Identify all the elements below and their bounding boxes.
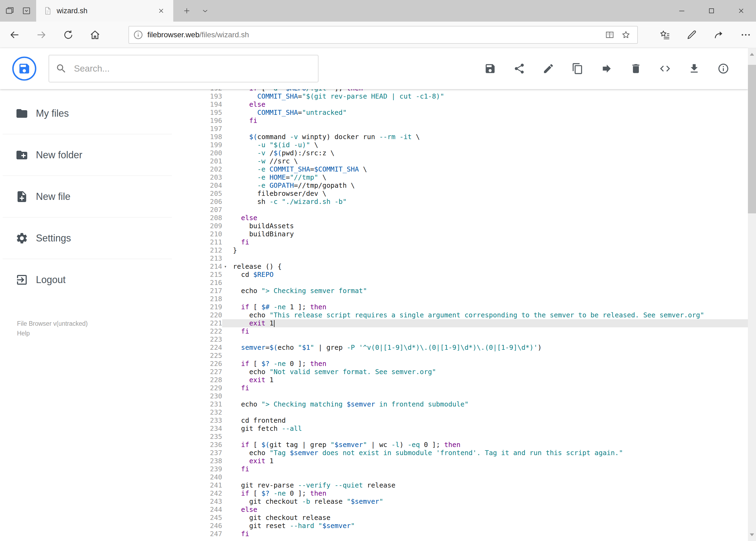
code-line[interactable]: 233 cd frontend xyxy=(173,416,748,425)
code-line[interactable]: 245 git checkout release xyxy=(173,514,748,522)
code-line[interactable]: 213 xyxy=(173,255,748,263)
code-line[interactable]: 212} xyxy=(173,246,748,255)
code-line[interactable]: 194 else xyxy=(173,101,748,109)
reading-view-button[interactable] xyxy=(603,28,617,42)
code-line[interactable]: 214▾release () { xyxy=(173,263,748,270)
code-line[interactable]: 237 echo "Tag $semver does not exist in … xyxy=(173,449,748,457)
search-box[interactable] xyxy=(49,55,319,82)
code-line[interactable]: 207 xyxy=(173,206,748,214)
code-line[interactable]: 198 $(command -v winpty) docker run --rm… xyxy=(173,133,748,141)
code-line[interactable]: 230 xyxy=(173,392,748,400)
tab-list-button[interactable] xyxy=(197,0,213,22)
code-line[interactable]: 204 -e GOPATH=//tmp/gopath \ xyxy=(173,182,748,190)
scroll-up-button[interactable] xyxy=(748,50,756,59)
sidebar-item-new-folder[interactable]: New folder xyxy=(0,134,173,176)
edit-button[interactable] xyxy=(538,58,559,79)
save-button[interactable] xyxy=(480,58,500,79)
code-line[interactable]: 193 COMMIT_SHA="$(git rev-parse HEAD | c… xyxy=(173,92,748,101)
code-line[interactable]: 226 if [ $? -ne 0 ]; then xyxy=(173,360,748,368)
code-line[interactable]: 195 COMMIT_SHA="untracked" xyxy=(173,109,748,117)
delete-button[interactable] xyxy=(626,58,646,79)
code-line[interactable]: 209 buildAssets xyxy=(173,222,748,230)
fold-arrow-icon[interactable]: ▾ xyxy=(222,263,229,270)
site-info-icon[interactable] xyxy=(133,29,143,40)
code-line[interactable]: 225 xyxy=(173,352,748,360)
code-line[interactable]: 244 else xyxy=(173,506,748,514)
code-line[interactable]: 222 fi xyxy=(173,327,748,335)
code-line[interactable]: 246 git reset --hard "$semver" xyxy=(173,522,748,530)
code-line[interactable]: 229 fi xyxy=(173,384,748,392)
code-line[interactable]: 236 if [ $(git tag | grep "$semver" | wc… xyxy=(173,441,748,449)
forward-button[interactable] xyxy=(32,25,51,45)
code-line[interactable]: 206 sh -c "./wizard.sh -b" xyxy=(173,198,748,206)
home-button[interactable] xyxy=(86,25,105,45)
code-line[interactable]: 219 if [ $# -ne 1 ]; then xyxy=(173,303,748,311)
raw-code-button[interactable] xyxy=(655,58,675,79)
code-line[interactable]: 247 fi xyxy=(173,530,748,538)
code-line[interactable]: 221 exit 1 xyxy=(173,319,748,327)
code-line[interactable]: 227 echo "Not valid semver format. See s… xyxy=(173,368,748,376)
web-note-button[interactable] xyxy=(681,25,702,45)
code-line[interactable]: 242 if [ $? -ne 0 ]; then xyxy=(173,489,748,497)
help-link[interactable]: Help xyxy=(17,328,30,338)
search-input[interactable] xyxy=(74,64,312,74)
sidebar-item-new-file[interactable]: New file xyxy=(0,176,173,218)
code-line[interactable]: 192 if [ -d "$REPO/.git" ]; then xyxy=(173,89,748,92)
code-line[interactable]: 196 fi xyxy=(173,117,748,125)
code-line[interactable]: 202 -e COMMIT_SHA=$COMMIT_SHA \ xyxy=(173,165,748,174)
sidebar-item-my-files[interactable]: My files xyxy=(0,93,173,134)
code-line[interactable]: 232 xyxy=(173,408,748,416)
code-line[interactable]: 217 echo "> Checking semver format" xyxy=(173,287,748,295)
code-line[interactable]: 243 git checkout -b release "$semver" xyxy=(173,497,748,506)
move-button[interactable] xyxy=(597,58,617,79)
code-line[interactable]: 231 echo "> Checking matching $semver in… xyxy=(173,400,748,408)
code-line[interactable]: 199 -u "$(id -u)" \ xyxy=(173,141,748,149)
code-line[interactable]: 224 semver=$(echo "$1" | grep -P '^v(0|[… xyxy=(173,343,748,352)
back-button[interactable] xyxy=(5,25,24,45)
code-line[interactable]: 240 xyxy=(173,473,748,481)
more-menu-button[interactable] xyxy=(735,25,756,45)
download-button[interactable] xyxy=(684,58,704,79)
code-line[interactable]: 228 exit 1 xyxy=(173,376,748,384)
refresh-button[interactable] xyxy=(59,25,78,45)
filebrowser-logo[interactable] xyxy=(11,56,37,82)
code-line[interactable]: 223 xyxy=(173,335,748,343)
code-line[interactable]: 203 -e HOME="//tmp" \ xyxy=(173,174,748,182)
sidebar-item-settings[interactable]: Settings xyxy=(0,218,173,259)
code-line[interactable]: 220 echo "This release script requires a… xyxy=(173,311,748,319)
share-page-button[interactable] xyxy=(708,25,729,45)
code-line[interactable]: 200 -v /$(pwd):/src:z \ xyxy=(173,149,748,157)
share-button[interactable] xyxy=(509,58,530,79)
code-line[interactable]: 201 -w //src \ xyxy=(173,157,748,165)
code-line[interactable]: 235 xyxy=(173,433,748,441)
copy-button[interactable] xyxy=(567,58,588,79)
code-editor[interactable]: 192 if [ -d "$REPO/.git" ]; then193 COMM… xyxy=(173,89,748,541)
code-line[interactable]: 239 fi xyxy=(173,465,748,473)
maximize-button[interactable] xyxy=(697,0,726,22)
code-line[interactable]: 234 git fetch --all xyxy=(173,425,748,433)
code-line[interactable]: 218 xyxy=(173,295,748,303)
hub-button[interactable] xyxy=(654,25,675,45)
add-favorite-button[interactable] xyxy=(619,28,633,42)
code-line[interactable]: 216 xyxy=(173,279,748,287)
code-line[interactable]: 211 fi xyxy=(173,238,748,246)
new-tab-button[interactable] xyxy=(179,0,194,22)
browser-tab[interactable]: wizard.sh xyxy=(36,0,173,22)
set-tabs-aside-button[interactable] xyxy=(4,5,16,17)
code-line[interactable]: 208 else xyxy=(173,214,748,222)
scroll-down-button[interactable] xyxy=(748,530,756,539)
code-line[interactable]: 241 git rev-parse --verify --quiet relea… xyxy=(173,481,748,489)
close-window-button[interactable] xyxy=(726,0,756,22)
vertical-scrollbar[interactable] xyxy=(748,48,756,541)
code-line[interactable]: 197 xyxy=(173,125,748,133)
tab-close-button[interactable] xyxy=(157,6,167,16)
code-line[interactable]: 238 exit 1 xyxy=(173,457,748,465)
code-line[interactable]: 215 cd $REPO xyxy=(173,270,748,279)
code-line[interactable]: 205 filebrowser/dev \ xyxy=(173,190,748,198)
tab-preview-button[interactable] xyxy=(21,5,32,17)
url-field[interactable]: filebrowser.web/files/wizard.sh xyxy=(128,26,638,44)
code-line[interactable]: 210 buildBinary xyxy=(173,230,748,238)
sidebar-item-logout[interactable]: Logout xyxy=(0,259,173,300)
scrollbar-thumb[interactable] xyxy=(748,65,756,214)
info-button[interactable] xyxy=(713,58,734,79)
